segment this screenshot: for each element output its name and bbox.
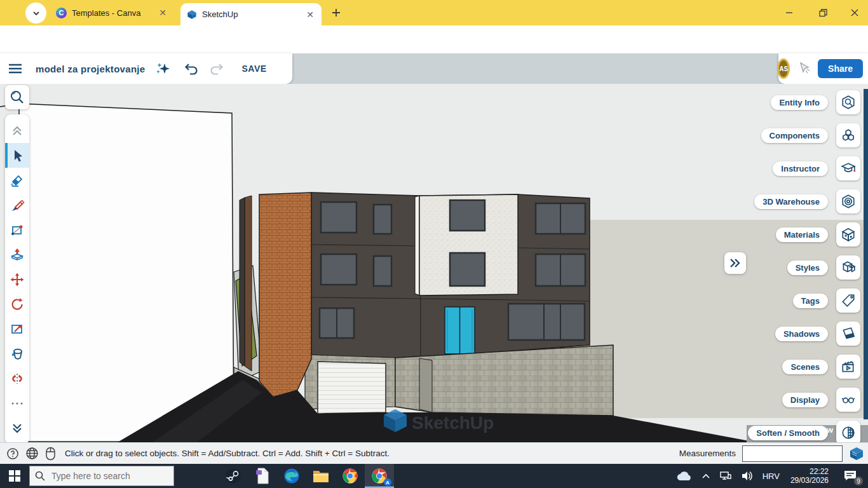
language-globe-icon[interactable]: [25, 447, 39, 460]
garage-door[interactable]: [318, 362, 386, 414]
instructor-icon[interactable]: [836, 156, 860, 180]
scenes-icon[interactable]: [836, 355, 860, 379]
notification-badge: 9: [854, 477, 863, 485]
edge-icon[interactable]: [277, 464, 306, 488]
panel-label: Tags: [793, 294, 828, 308]
tray-expand-icon[interactable]: [698, 464, 714, 488]
undo-icon[interactable]: [183, 61, 200, 76]
steam-icon[interactable]: [219, 464, 248, 488]
paint-bucket-tool-button[interactable]: [5, 341, 29, 366]
sketchup-header: model za projektovanje SAVE AS Share: [0, 53, 868, 84]
browser-tab-strip: C Templates - Canva ✕ SketchUp ✕: [0, 0, 868, 25]
file-explorer-icon[interactable]: [306, 464, 336, 488]
collapse-up-icon[interactable]: [5, 118, 29, 143]
tray-time: 22:22: [810, 467, 829, 476]
panel-label: Scenes: [782, 360, 828, 374]
sketchup-watermark: SketchUp: [384, 409, 494, 433]
scale-tool-button[interactable]: [5, 316, 29, 341]
panel-shadows: Shadows: [775, 322, 860, 346]
panel-label: Components: [761, 128, 828, 143]
window-minimize-button[interactable]: [780, 5, 799, 20]
status-hint-text: Click or drag to select objects. Shift =…: [65, 449, 390, 458]
close-tab-icon[interactable]: ✕: [305, 9, 315, 20]
cyan-door[interactable]: [445, 307, 475, 354]
svg-text:A: A: [386, 480, 390, 485]
soften-smooth-icon[interactable]: [836, 421, 860, 442]
network-icon[interactable]: [716, 464, 735, 488]
more-tools-icon[interactable]: [5, 391, 29, 416]
components-icon[interactable]: [836, 123, 860, 147]
materials-icon[interactable]: [836, 222, 860, 247]
tab-sketchup-active[interactable]: SketchUp ✕: [180, 3, 322, 25]
action-center-icon[interactable]: 9: [836, 464, 864, 488]
rectangle-tool-button[interactable]: [5, 217, 29, 242]
panel-soften-smooth: Soften / Smooth: [748, 421, 860, 442]
eraser-tool-button[interactable]: [5, 168, 29, 193]
panel-label: Soften / Smooth: [748, 426, 828, 440]
pointer-cursor-icon: [796, 60, 811, 77]
header-left-toolbar: model za projektovanje SAVE: [0, 53, 292, 84]
help-icon[interactable]: [6, 447, 19, 460]
user-avatar[interactable]: AS: [777, 58, 790, 79]
sketchup-logo-icon: [849, 446, 864, 461]
shadows-icon[interactable]: [836, 322, 860, 346]
clock-date[interactable]: 22:22 29/03/2026: [785, 464, 834, 488]
tab-search-button[interactable]: [25, 3, 46, 24]
panel-styles: Styles: [787, 255, 860, 280]
panel-dock-strip[interactable]: [864, 89, 868, 419]
chrome-icon[interactable]: [336, 464, 365, 488]
line-tool-button[interactable]: [5, 193, 29, 217]
taskbar-search[interactable]: [29, 466, 174, 486]
tab-templates-canva[interactable]: C Templates - Canva ✕: [50, 0, 174, 25]
panel-label: 3D Warehouse: [754, 194, 828, 209]
display-icon[interactable]: [836, 388, 860, 412]
entity-info-icon[interactable]: [836, 90, 860, 114]
document-app-icon[interactable]: [248, 464, 277, 488]
save-button[interactable]: SAVE: [241, 64, 266, 74]
header-right-toolbar: AS Share: [778, 53, 868, 84]
panel-label: Display: [782, 393, 828, 407]
window-close-button[interactable]: [845, 5, 864, 20]
flip-tool-button[interactable]: [5, 366, 29, 391]
taskbar-search-input[interactable]: [50, 470, 161, 482]
panel-label: Styles: [787, 261, 828, 275]
redo-icon[interactable]: [208, 61, 225, 76]
styles-icon[interactable]: [836, 255, 860, 280]
panel-display: Display: [782, 388, 860, 412]
volume-icon[interactable]: [738, 464, 757, 488]
svg-text:SketchUp: SketchUp: [412, 413, 494, 433]
push-pull-tool-button[interactable]: [5, 242, 29, 267]
white-plane[interactable]: [19, 104, 234, 442]
brick-column[interactable]: [259, 193, 311, 397]
start-button[interactable]: [0, 464, 29, 488]
expand-panels-button[interactable]: [724, 252, 746, 274]
close-tab-icon[interactable]: ✕: [158, 7, 168, 18]
windows-taskbar: A HRV 22:22 29/03/2026 9: [0, 464, 868, 488]
model-viewport[interactable]: SketchUp ow: [0, 84, 868, 442]
chrome-active-icon[interactable]: A: [365, 464, 394, 488]
panel-scenes: Scenes: [782, 355, 860, 379]
menu-hamburger-icon[interactable]: [8, 62, 23, 75]
expand-down-icon[interactable]: [5, 416, 29, 440]
warehouse-icon[interactable]: [836, 189, 860, 214]
share-button[interactable]: Share: [818, 59, 863, 78]
tags-icon[interactable]: [836, 288, 860, 313]
onedrive-cloud-icon[interactable]: [673, 464, 696, 488]
tray-date: 29/03/2026: [790, 476, 829, 485]
measurements-input[interactable]: [742, 445, 843, 462]
mouse-icon: [45, 447, 56, 461]
zoom-tool-button[interactable]: [5, 85, 29, 109]
panel-entity-info: Entity Info: [771, 90, 860, 114]
move-tool-button[interactable]: [5, 267, 29, 292]
panel-components: Components: [761, 123, 860, 147]
rotate-tool-button[interactable]: [5, 292, 29, 316]
panel-label: Entity Info: [771, 95, 828, 110]
select-tool-button[interactable]: [5, 143, 29, 168]
document-title[interactable]: model za projektovanje: [36, 64, 145, 74]
new-tab-button[interactable]: [329, 6, 343, 20]
tab-title: Templates - Canva: [72, 8, 153, 18]
ai-sparkle-icon[interactable]: [155, 60, 172, 77]
language-indicator[interactable]: HRV: [759, 464, 783, 488]
window-restore-button[interactable]: [813, 5, 832, 20]
panel-3d-warehouse: 3D Warehouse: [754, 189, 860, 214]
